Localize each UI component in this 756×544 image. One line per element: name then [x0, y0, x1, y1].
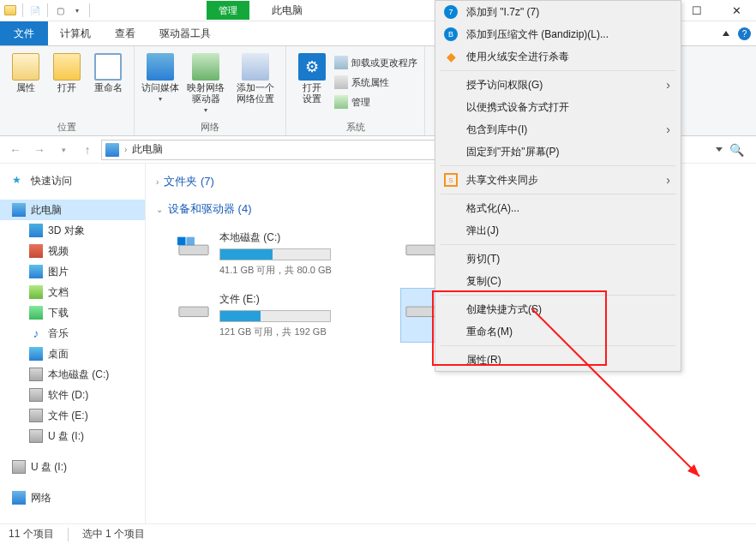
- ctx-eject[interactable]: 弹出(J): [435, 219, 681, 242]
- sidebar-item-drive-i[interactable]: U 盘 (I:): [0, 426, 145, 446]
- ctx-share-sync[interactable]: S共享文件夹同步›: [435, 169, 681, 191]
- back-button[interactable]: ←: [5, 140, 26, 160]
- ctx-format[interactable]: 格式化(A)...: [435, 197, 681, 219]
- capacity-bar: [219, 310, 331, 322]
- sidebar-item-label: 此电脑: [31, 203, 62, 218]
- ctx-label: 弹出(J): [466, 224, 499, 238]
- ctx-label: 使用火绒安全进行杀毒: [466, 50, 569, 64]
- ribbon-group-location: 属性 打开 重命名 位置: [0, 46, 135, 135]
- map-drive-button[interactable]: 映射网络 驱动器▾: [183, 50, 229, 114]
- sidebar-item-desktop[interactable]: 桌面: [0, 344, 145, 364]
- forward-button[interactable]: →: [29, 140, 50, 160]
- help-button[interactable]: ?: [738, 27, 751, 40]
- sidebar-quick-access[interactable]: ★快速访问: [0, 170, 145, 191]
- sidebar-item-videos[interactable]: 视频: [0, 241, 145, 261]
- manage-button[interactable]: 管理: [334, 93, 417, 111]
- ctx-copy[interactable]: 复制(C): [435, 270, 681, 292]
- tab-computer[interactable]: 计算机: [48, 21, 103, 45]
- chevron-right-icon: ›: [666, 78, 670, 92]
- ctx-label: 格式化(A)...: [466, 201, 519, 216]
- ctx-cut[interactable]: 剪切(T): [435, 248, 681, 270]
- quick-access-toolbar: 📄 ▢ ▾: [0, 3, 95, 17]
- group-label: 位置: [7, 119, 127, 134]
- chevron-down-icon: ⌄: [156, 205, 163, 214]
- item-count: 11 个项目: [9, 527, 54, 541]
- sidebar-this-pc[interactable]: 此电脑: [0, 200, 145, 220]
- drive-item-e[interactable]: 文件 (E:) 121 GB 可用，共 192 GB: [173, 289, 353, 342]
- sidebar-network[interactable]: 网络: [0, 487, 145, 508]
- sidebar-item-drive-e[interactable]: 文件 (E:): [0, 405, 145, 426]
- tab-view[interactable]: 查看: [103, 21, 147, 45]
- sidebar-item-downloads[interactable]: 下载: [0, 302, 145, 323]
- collapse-ribbon-button[interactable]: [723, 31, 729, 36]
- huorong-icon: ◆: [444, 50, 458, 63]
- ctx-add-to-7z[interactable]: 7添加到 "I.7z" (7): [435, 1, 681, 23]
- address-segment[interactable]: 此电脑: [132, 142, 163, 157]
- ctx-add-to-archive[interactable]: B添加到压缩文件 (Bandizip)(L)...: [435, 23, 681, 45]
- group-label: 系统: [293, 119, 417, 134]
- qat-btn-1[interactable]: 📄: [28, 3, 42, 17]
- search-icon[interactable]: 🔍: [729, 143, 744, 157]
- section-label: 设备和驱动器 (4): [168, 201, 252, 217]
- address-bar[interactable]: › 此电脑: [101, 140, 448, 160]
- group-label: 网络: [141, 119, 279, 134]
- sidebar-u-disk-root[interactable]: U 盘 (I:): [0, 457, 145, 477]
- ctx-label: 剪切(T): [466, 252, 500, 266]
- folder-icon: [29, 244, 43, 258]
- sidebar-item-documents[interactable]: 文档: [0, 282, 145, 302]
- ctx-huorong-scan[interactable]: ◆使用火绒安全进行杀毒: [435, 45, 681, 68]
- sidebar-item-label: 3D 对象: [48, 224, 85, 238]
- tab-file[interactable]: 文件: [0, 21, 48, 45]
- ctx-label: 包含到库中(I): [466, 123, 527, 137]
- folder-icon: [29, 285, 43, 299]
- network-icon: [12, 491, 26, 505]
- address-dropdown-icon[interactable]: [716, 147, 723, 152]
- open-settings-button[interactable]: ⚙打开 设置: [293, 50, 331, 105]
- folder-icon: [29, 347, 43, 361]
- ctx-portable-device[interactable]: 以便携式设备方式打开: [435, 96, 681, 118]
- ctx-label: 共享文件夹同步: [466, 173, 538, 188]
- open-button[interactable]: 打开: [48, 50, 86, 93]
- maximize-button[interactable]: ☐: [677, 0, 717, 21]
- up-button[interactable]: ↑: [77, 140, 98, 160]
- sidebar-item-label: 快速访问: [31, 174, 72, 188]
- sidebar-item-music[interactable]: ♪音乐: [0, 323, 145, 344]
- sidebar-item-label: 本地磁盘 (C:): [48, 368, 109, 382]
- qat-btn-2[interactable]: ▢: [53, 3, 67, 17]
- sidebar-item-pictures[interactable]: 图片: [0, 261, 145, 282]
- svg-rect-1: [177, 237, 186, 246]
- sidebar-item-drive-d[interactable]: 软件 (D:): [0, 385, 145, 405]
- chevron-down-icon[interactable]: ▾: [70, 3, 84, 17]
- sidebar-item-label: U 盘 (I:): [31, 460, 67, 475]
- add-network-location-button[interactable]: 添加一个 网络位置: [232, 50, 279, 105]
- close-button[interactable]: ✕: [717, 0, 756, 21]
- window-title: 此电脑: [272, 3, 303, 18]
- sidebar-item-drive-c[interactable]: 本地磁盘 (C:): [0, 364, 145, 385]
- star-icon: ★: [12, 174, 26, 188]
- recent-dropdown-button[interactable]: ▾: [53, 140, 74, 160]
- uninstall-programs-button[interactable]: 卸载或更改程序: [334, 54, 417, 71]
- tab-drive-tools[interactable]: 驱动器工具: [147, 21, 223, 45]
- system-properties-button[interactable]: 系统属性: [334, 74, 417, 91]
- music-icon: ♪: [29, 326, 43, 340]
- svg-rect-5: [406, 307, 435, 316]
- ctx-pin-start[interactable]: 固定到"开始"屏幕(P): [435, 140, 681, 163]
- sidebar-item-3d-objects[interactable]: 3D 对象: [0, 220, 145, 241]
- separator: [441, 70, 675, 71]
- drive-icon: [177, 230, 211, 265]
- ctx-include-library[interactable]: 包含到库中(I)›: [435, 118, 681, 140]
- drive-icon: [12, 460, 26, 474]
- ribbon-group-network: 访问媒体▾ 映射网络 驱动器▾ 添加一个 网络位置 网络: [135, 46, 286, 135]
- drive-item-c[interactable]: 本地磁盘 (C:) 41.1 GB 可用，共 80.0 GB: [173, 227, 353, 280]
- ctx-label: 以便携式设备方式打开: [466, 100, 569, 115]
- capacity-text: 41.1 GB 可用，共 80.0 GB: [219, 264, 332, 277]
- folder-icon[interactable]: [3, 3, 17, 17]
- drive-icon: [405, 230, 437, 265]
- ctx-grant-access[interactable]: 授予访问权限(G)›: [435, 74, 681, 96]
- chevron-right-icon[interactable]: ›: [124, 145, 127, 154]
- sidebar-item-label: 软件 (D:): [48, 388, 88, 403]
- properties-button[interactable]: 属性: [7, 50, 45, 93]
- access-media-button[interactable]: 访问媒体▾: [141, 50, 179, 103]
- separator: [441, 194, 675, 194]
- rename-button[interactable]: 重命名: [89, 50, 127, 93]
